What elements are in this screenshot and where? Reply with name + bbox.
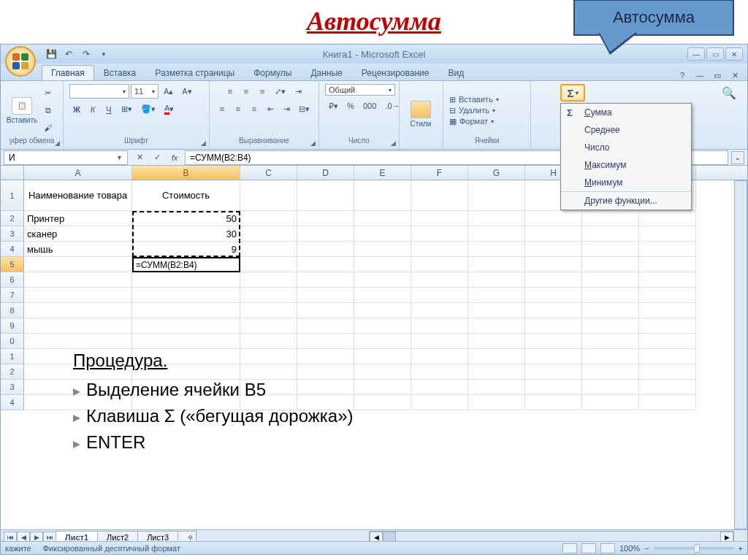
row-header-3[interactable]: 3 [1, 226, 24, 242]
name-box[interactable]: И ▼ [4, 150, 128, 165]
cell-B3[interactable]: 30 [132, 226, 240, 242]
col-header-G[interactable]: G [468, 166, 525, 180]
col-header-D[interactable]: D [297, 166, 354, 180]
cut-icon[interactable]: ✂ [40, 85, 56, 100]
format-painter-icon[interactable]: 🖌 [40, 120, 56, 135]
autosum-item-count[interactable]: Число [561, 139, 691, 156]
bold-button[interactable]: Ж [69, 101, 84, 117]
row-header-10[interactable]: 0 [1, 334, 24, 349]
col-header-E[interactable]: E [354, 166, 411, 180]
col-header-A[interactable]: A [24, 166, 132, 180]
number-dialog-launcher[interactable]: ◢ [389, 139, 397, 147]
format-cells-button[interactable]: ▦Формат▾ [449, 117, 499, 126]
row-header-7[interactable]: 7 [1, 288, 24, 303]
autosum-item-max[interactable]: Максимум [561, 156, 691, 174]
wrap-text-icon[interactable]: ⇥ [291, 84, 305, 99]
zoom-level[interactable]: 100% [619, 544, 640, 553]
minimize-button[interactable]: — [687, 47, 705, 61]
row-header-6[interactable]: 6 [1, 272, 24, 288]
autosum-button[interactable]: Σ▾ [560, 84, 585, 101]
view-page-break-icon[interactable] [600, 543, 615, 553]
paste-button[interactable]: 📋 Вставить [7, 90, 37, 131]
align-middle-icon[interactable]: ≡ [239, 84, 253, 99]
fill-color-icon[interactable]: 🪣▾ [137, 101, 159, 117]
save-icon[interactable]: 💾 [45, 47, 58, 61]
increase-indent-icon[interactable]: ⇥ [279, 101, 294, 116]
insert-cells-button[interactable]: ⊞Вставить▾ [449, 95, 499, 104]
select-all-corner[interactable] [1, 166, 24, 180]
cell-D1[interactable] [297, 180, 354, 211]
zoom-in-button[interactable]: + [739, 544, 743, 553]
active-cell-B5[interactable]: =СУММ(B2:B4) [132, 257, 240, 272]
copy-icon[interactable]: ⧉ [40, 103, 56, 118]
decrease-indent-icon[interactable]: ⇤ [263, 101, 278, 116]
maximize-button[interactable]: ▭ [706, 47, 724, 61]
col-header-B[interactable]: B [132, 166, 240, 180]
row-header-14[interactable]: 4 [1, 395, 24, 410]
font-family-combo[interactable]: ▾ [69, 84, 129, 99]
cell-A1[interactable]: Наименование товара [24, 180, 132, 211]
styles-button[interactable]: Стили [405, 94, 436, 135]
zoom-out-button[interactable]: − [644, 544, 649, 553]
currency-icon[interactable]: ₽▾ [325, 99, 342, 113]
fx-button[interactable]: fx [167, 151, 182, 164]
col-header-F[interactable]: F [411, 166, 468, 180]
row-header-13[interactable]: 3 [1, 380, 24, 395]
merge-icon[interactable]: ⊟▾ [295, 101, 313, 116]
tab-review[interactable]: Рецензирование [352, 65, 439, 80]
align-center-icon[interactable]: ≡ [231, 101, 245, 116]
font-dialog-launcher[interactable]: ◢ [199, 139, 207, 147]
font-color-icon[interactable]: A▾ [161, 101, 178, 117]
autosum-item-min[interactable]: Минимум [561, 174, 691, 191]
cell-C1[interactable] [240, 180, 297, 211]
row-header-9[interactable]: 9 [1, 318, 24, 334]
align-top-icon[interactable]: ≡ [223, 84, 237, 99]
tab-home[interactable]: Главная [42, 65, 94, 80]
clipboard-dialog-launcher[interactable]: ◢ [53, 139, 61, 147]
autosum-item-more[interactable]: Другие функции... [561, 191, 691, 210]
tab-view[interactable]: Вид [438, 65, 473, 80]
tab-insert[interactable]: Вставка [94, 65, 146, 80]
cell-B2[interactable]: 50 [132, 211, 240, 226]
cell-F1[interactable] [411, 180, 468, 211]
cell-B1[interactable]: Стоимость [132, 180, 240, 211]
row-header-2[interactable]: 2 [1, 211, 24, 226]
cell-E1[interactable] [354, 180, 411, 211]
row-header-8[interactable]: 8 [1, 303, 24, 318]
border-icon[interactable]: ⊞▾ [118, 101, 136, 117]
row-header-5[interactable]: 5 [1, 257, 24, 272]
align-bottom-icon[interactable]: ≡ [255, 84, 270, 99]
autosum-item-average[interactable]: Среднее [561, 121, 691, 139]
font-size-combo[interactable]: 11▾ [131, 84, 159, 99]
vertical-scrollbar[interactable] [734, 180, 747, 529]
tab-data[interactable]: Данные [301, 65, 351, 80]
doc-close-button[interactable]: ✕ [728, 70, 741, 80]
view-page-layout-icon[interactable] [581, 543, 596, 553]
cell-A3[interactable]: сканер [24, 226, 132, 242]
cell-B4[interactable]: 9 [132, 242, 240, 257]
autosum-item-sum[interactable]: Сумма [561, 104, 691, 121]
number-format-combo[interactable]: Общий▾ [325, 84, 395, 96]
zoom-slider[interactable] [654, 547, 734, 550]
row-header-1[interactable]: 1 [1, 180, 24, 211]
tab-formulas[interactable]: Формулы [244, 65, 301, 80]
cancel-formula-icon[interactable]: ✕ [132, 151, 147, 164]
percent-icon[interactable]: % [343, 99, 358, 113]
cell-A5[interactable] [24, 257, 132, 272]
align-left-icon[interactable]: ≡ [215, 101, 229, 116]
qat-dropdown-icon[interactable]: ▼ [97, 47, 110, 61]
doc-restore-button[interactable]: ▭ [711, 70, 724, 80]
decrease-font-icon[interactable]: A▾ [178, 84, 195, 99]
redo-icon[interactable]: ↷ [80, 47, 93, 61]
expand-formula-bar-icon[interactable]: ⌄ [731, 151, 744, 164]
undo-icon[interactable]: ↶ [62, 47, 75, 61]
align-right-icon[interactable]: ≡ [247, 101, 262, 116]
cell-G1[interactable] [468, 180, 525, 211]
col-header-C[interactable]: C [240, 166, 297, 180]
enter-formula-icon[interactable]: ✓ [150, 151, 164, 164]
row-header-12[interactable]: 2 [1, 364, 24, 380]
cell-A2[interactable]: Принтер [24, 211, 132, 226]
view-normal-icon[interactable] [562, 543, 577, 553]
tab-page-layout[interactable]: Разметка страницы [145, 65, 244, 80]
row-header-11[interactable]: 1 [1, 349, 24, 364]
